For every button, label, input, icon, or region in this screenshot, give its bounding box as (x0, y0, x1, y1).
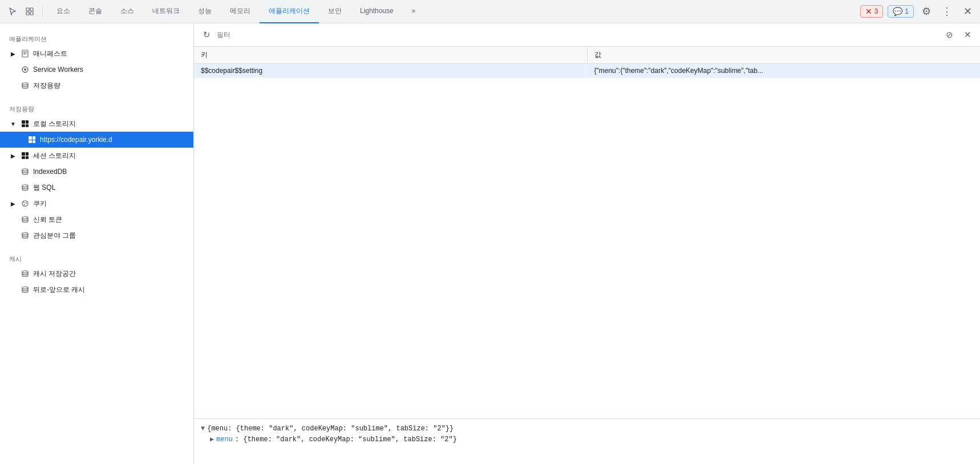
svg-rect-1 (30, 8, 33, 11)
table-container: 키 값 $$codepair$$setting {"menu":{"theme"… (194, 47, 980, 418)
indexeddb-icon (21, 167, 30, 176)
cursor-icon (8, 7, 17, 16)
tab-console[interactable]: 콘솔 (79, 0, 111, 23)
tab-performance[interactable]: 성능 (189, 0, 221, 23)
bottom-collapse-arrow[interactable]: ▶ (210, 434, 214, 445)
app-section-label: 애플리케이션 (0, 28, 193, 46)
session-storage-label: 세션 스토리지 (33, 151, 76, 161)
svg-rect-4 (22, 50, 28, 57)
storage-app-label: 저장용량 (33, 81, 60, 91)
main-content: 애플리케이션 ▶ 매니페스트 (0, 23, 980, 464)
back-forward-cache-label: 뒤로-앞으로 캐시 (33, 285, 85, 295)
cookies-icon (21, 199, 30, 208)
svg-rect-0 (26, 8, 29, 11)
sidebar-item-session-storage[interactable]: ▶ 세션 스토리지 (0, 148, 193, 164)
tab-elements[interactable]: 요소 (47, 0, 79, 23)
settings-button[interactable]: ⚙ (918, 3, 934, 19)
sidebar-item-manifest[interactable]: ▶ 매니페스트 (0, 46, 193, 62)
close-icon: ✕ (963, 5, 972, 18)
close-button[interactable]: ✕ (959, 3, 975, 19)
service-workers-label: Service Workers (33, 66, 83, 74)
filter-bar: ↻ ⊘ ✕ (194, 23, 980, 47)
svg-point-22 (22, 233, 28, 235)
toolbar-right: ✕ 3 💬 1 ⚙ ⋮ ✕ (860, 3, 975, 19)
sidebar-item-back-forward-cache[interactable]: 뒤로-앞으로 캐시 (0, 282, 193, 298)
more-options-button[interactable]: ⋮ (939, 3, 955, 19)
tab-memory[interactable]: 메모리 (221, 0, 260, 23)
local-storage-icon (21, 119, 30, 128)
cache-storage-label: 캐시 저장공간 (33, 269, 76, 279)
cursor-tool-button[interactable] (5, 3, 21, 19)
service-workers-icon (21, 65, 30, 74)
bottom-line-2-text: : {theme: "dark", codeKeyMap: "sublime",… (235, 434, 457, 445)
sidebar-item-indexeddb[interactable]: IndexedDB (0, 164, 193, 180)
tab-sources[interactable]: 소스 (111, 0, 143, 23)
session-storage-icon (21, 151, 30, 160)
svg-point-9 (24, 68, 26, 71)
filter-block-button[interactable]: ⊘ (941, 27, 957, 43)
filter-refresh-button[interactable]: ↻ (199, 27, 214, 43)
svg-point-20 (24, 204, 25, 205)
tab-more[interactable]: » (403, 0, 425, 23)
local-storage-url-label: https://codepair.yorkie.d (40, 136, 112, 144)
svg-point-17 (22, 201, 28, 206)
settings-icon: ⚙ (922, 5, 931, 18)
cache-section-label: 캐시 (0, 248, 193, 266)
bottom-line-2: ▶ menu : {theme: "dark", codeKeyMap: "su… (201, 434, 973, 445)
col-val-header: 값 (587, 47, 980, 64)
tab-application[interactable]: 애플리케이션 (260, 0, 319, 23)
storage-section-label: 저장용량 (0, 98, 193, 116)
indexeddb-label: IndexedDB (33, 168, 67, 176)
web-sql-label: 웹 SQL (33, 183, 55, 193)
svg-point-15 (22, 169, 28, 171)
error-icon: ✕ (865, 7, 872, 16)
error-count-button[interactable]: ✕ 3 (860, 5, 884, 18)
table-cell-value: {"menu":{"theme":"dark","codeKeyMap":"su… (587, 64, 980, 78)
content-panel: ↻ ⊘ ✕ 키 값 $$codepair$$s (194, 23, 980, 464)
sidebar-item-local-storage-group[interactable]: ▼ 로컬 스토리지 (0, 116, 193, 132)
tab-network[interactable]: 네트워크 (143, 0, 189, 23)
sidebar-item-storage[interactable]: 저장용량 (0, 78, 193, 93)
manifest-arrow-icon: ▶ (9, 50, 17, 58)
table-cell-key: $$codepair$$setting (194, 64, 587, 78)
trust-tokens-label: 신뢰 토큰 (33, 215, 62, 225)
local-storage-arrow-icon: ▼ (9, 120, 17, 128)
top-toolbar: 요소 콘솔 소스 네트워크 성능 메모리 애플리케이션 보안 Lighthous… (0, 0, 980, 23)
tab-lighthouse[interactable]: Lighthouse (351, 0, 403, 23)
sidebar-item-cookies[interactable]: ▶ 쿠키 (0, 196, 193, 211)
block-icon: ⊘ (946, 30, 953, 40)
tab-security[interactable]: 보안 (319, 0, 351, 23)
svg-rect-3 (30, 12, 33, 15)
back-forward-cache-icon (21, 285, 30, 294)
sidebar-item-cache-storage[interactable]: 캐시 저장공간 (0, 266, 193, 282)
bottom-line-1-text: {menu: {theme: "dark", codeKeyMap: "subl… (207, 424, 453, 434)
filter-clear-button[interactable]: ✕ (959, 27, 975, 43)
svg-point-19 (26, 202, 27, 203)
svg-point-24 (22, 287, 28, 289)
sidebar-item-service-workers[interactable]: Service Workers (0, 62, 193, 78)
manifest-icon (21, 49, 30, 58)
table-row[interactable]: $$codepair$$setting {"menu":{"theme":"da… (194, 64, 980, 78)
filter-input[interactable] (217, 31, 939, 39)
session-storage-arrow-icon: ▶ (9, 152, 17, 160)
bottom-expand-arrow[interactable]: ▼ (201, 424, 205, 434)
interest-groups-icon (21, 231, 30, 240)
col-key-header: 키 (194, 47, 587, 64)
svg-point-16 (22, 185, 28, 187)
local-storage-label: 로컬 스토리지 (33, 119, 76, 129)
sidebar-item-interest-groups[interactable]: 관심분야 그룹 (0, 227, 193, 243)
interest-groups-label: 관심분야 그룹 (33, 231, 76, 241)
sidebar-item-trust-tokens[interactable]: 신뢰 토큰 (0, 211, 193, 227)
storage-icon (21, 81, 30, 90)
clear-icon: ✕ (964, 30, 971, 40)
local-storage-url-icon (27, 135, 37, 144)
layers-tool-button[interactable] (22, 3, 38, 19)
cookies-arrow-icon: ▶ (9, 200, 17, 207)
sidebar-item-local-storage-url[interactable]: https://codepair.yorkie.d (0, 132, 193, 148)
trust-tokens-icon (21, 215, 30, 224)
sidebar-item-web-sql[interactable]: 웹 SQL (0, 180, 193, 196)
local-storage-table: 키 값 $$codepair$$setting {"menu":{"theme"… (194, 47, 980, 78)
web-sql-icon (21, 183, 30, 192)
error-count: 3 (874, 7, 878, 15)
message-count-button[interactable]: 💬 1 (888, 5, 914, 18)
